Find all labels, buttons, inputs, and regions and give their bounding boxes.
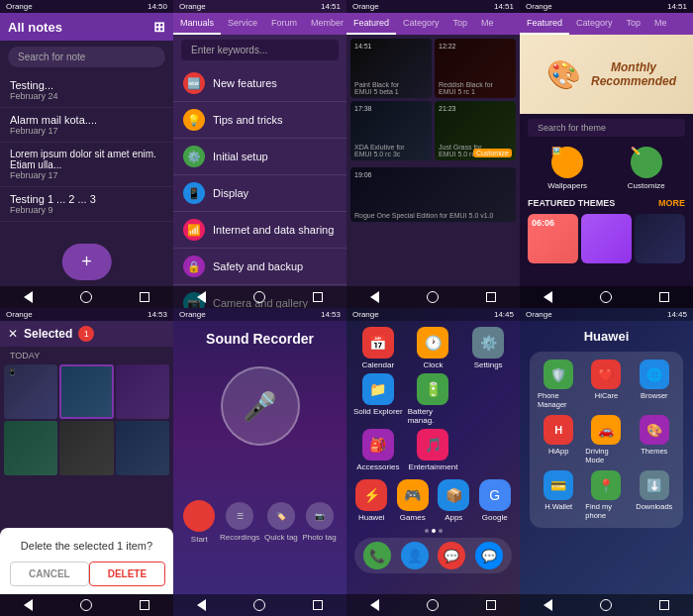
recents-button-7[interactable] [486, 600, 496, 610]
recents-button-4[interactable] [659, 292, 669, 302]
notes-search[interactable]: Search for note [8, 47, 165, 67]
recordings-control[interactable]: ☰ Recordings [220, 502, 259, 542]
wallpapers-icon-item[interactable]: 🖼️ Wallpapers [547, 147, 587, 190]
theme-thumb-5[interactable]: 19:06 Rogue One Special Edition for EMUI… [350, 167, 516, 222]
home-button-6[interactable] [253, 599, 265, 611]
menu-safety[interactable]: 🔒 Safety and backup [173, 249, 346, 285]
app-find-phone[interactable]: 📍 Find my phone [585, 470, 627, 520]
screenshot-3[interactable] [116, 364, 169, 419]
tab-top-3[interactable]: Top [446, 13, 475, 35]
featured-theme-3[interactable] [635, 214, 685, 263]
manuals-search[interactable]: Enter keywords... [181, 40, 339, 60]
tab-manuals[interactable]: Manuals [173, 13, 221, 35]
tab-category-3[interactable]: Category [396, 13, 446, 35]
dock-contacts[interactable]: 👤 [401, 542, 429, 569]
menu-display[interactable]: 📱 Display [173, 175, 346, 212]
menu-tips[interactable]: 💡 Tips and tricks [173, 102, 346, 139]
screenshot-5[interactable] [59, 421, 113, 475]
back-button-6[interactable] [197, 599, 206, 611]
dock-messages[interactable]: 💬 [438, 542, 465, 569]
app-driving-mode[interactable]: 🚗 Driving Mode [585, 415, 627, 464]
tab-featured-4[interactable]: Featured [520, 13, 569, 35]
tab-top-4[interactable]: Top [620, 13, 648, 35]
app-solid-explorer[interactable]: 📁 Solid Explorer [352, 373, 404, 425]
recents-button-2[interactable] [313, 292, 323, 302]
tab-me-4[interactable]: Me [647, 13, 674, 35]
menu-initial-setup[interactable]: ⚙️ Initial setup [173, 139, 346, 175]
back-button-4[interactable] [544, 291, 552, 303]
recents-button-3[interactable] [486, 292, 496, 302]
back-button-1[interactable] [24, 291, 33, 303]
tab-forum[interactable]: Forum [264, 13, 304, 35]
home-button-5[interactable] [80, 599, 92, 611]
recents-button-6[interactable] [313, 600, 323, 610]
theme-thumb-3[interactable]: 17:38 XDA Exlutive forEMUI 5.0 rc 3c [350, 101, 432, 160]
screenshot-4[interactable] [4, 421, 57, 475]
menu-internet[interactable]: 📶 Internet and data sharing [173, 212, 346, 249]
quick-tag-control[interactable]: 🏷️ Quick tag [264, 502, 298, 542]
more-button[interactable]: MORE [658, 198, 685, 208]
back-button-7[interactable] [370, 599, 379, 611]
grid-icon[interactable]: ⊞ [153, 19, 165, 35]
app-browser[interactable]: 🌐 Browser [634, 359, 675, 409]
featured-theme-2[interactable] [581, 214, 632, 263]
photo-tag-control[interactable]: 📷 Photo tag [302, 502, 336, 542]
back-button-5[interactable] [24, 599, 33, 611]
tab-me-3[interactable]: Me [474, 13, 501, 35]
recents-button-5[interactable] [140, 600, 149, 610]
app-clock[interactable]: 🕐 Clock [408, 327, 459, 369]
note-item-3[interactable]: Lorem ipsum dolor sit amet enim. Etiam u… [0, 143, 173, 187]
note-item-1[interactable]: Testing... February 24 [0, 73, 173, 108]
delete-button[interactable]: DELETE [89, 562, 165, 586]
start-control[interactable]: Start [183, 500, 215, 544]
note-item-2[interactable]: Alarm mail kota.... February 17 [0, 108, 173, 143]
tab-category-4[interactable]: Category [569, 13, 620, 35]
app-themes[interactable]: 🎨 Themes [634, 415, 675, 464]
fab-button[interactable]: + [61, 244, 112, 280]
screenshot-6[interactable] [116, 421, 169, 475]
app-hwallet[interactable]: 💳 H.Wallet [538, 470, 579, 520]
home-button-3[interactable] [427, 291, 439, 303]
cancel-button[interactable]: CANCEL [10, 562, 89, 586]
folder-apps[interactable]: 📦 Apps [435, 479, 473, 522]
recents-button-1[interactable] [140, 292, 149, 302]
app-accessories[interactable]: 🎒 Accessories [352, 429, 404, 471]
back-button-8[interactable] [544, 599, 552, 611]
close-icon[interactable]: ✕ [8, 327, 18, 341]
app-entertainment[interactable]: 🎵 Entertainment [408, 429, 459, 471]
home-button-4[interactable] [600, 291, 612, 303]
app-battery[interactable]: 🔋 Battery manag. [408, 373, 459, 425]
folder-games[interactable]: 🎮 Games [394, 479, 433, 522]
screenshot-2[interactable] [59, 364, 113, 419]
app-phone-manager[interactable]: 🛡️ Phone Manager [538, 359, 579, 409]
customize-icon-item[interactable]: ✏️ Customize [628, 147, 665, 190]
folder-huawei[interactable]: ⚡ Huawei [352, 479, 391, 522]
tab-member[interactable]: Member [304, 13, 346, 35]
app-calendar[interactable]: 📅 Calendar [352, 327, 404, 369]
search-theme[interactable]: Search for theme [528, 119, 685, 137]
note-item-4[interactable]: Testing 1 ... 2 ... 3 February 9 [0, 187, 173, 222]
folder-google[interactable]: G Google [476, 479, 515, 522]
theme-thumb-4[interactable]: 21:23 Just Grass forEMUI 5.0 rc 1b Custo… [435, 101, 516, 160]
tab-service[interactable]: Service [221, 13, 264, 35]
tab-featured-3[interactable]: Featured [346, 13, 396, 35]
monthly-banner[interactable]: 🎨 MonthlyRecommended [520, 35, 693, 114]
home-button-7[interactable] [427, 599, 439, 611]
theme-thumb-1[interactable]: 14:51 Paint Black forEMUI 5 beta 1 [350, 39, 432, 98]
dock-phone[interactable]: 📞 [363, 542, 391, 569]
dock-messenger[interactable]: 💬 [475, 542, 503, 569]
back-button-2[interactable] [197, 291, 206, 303]
recents-button-8[interactable] [659, 600, 669, 610]
home-button-2[interactable] [253, 291, 265, 303]
home-button-1[interactable] [80, 291, 92, 303]
app-hicare[interactable]: ❤️ HiCare [585, 359, 627, 409]
featured-theme-1[interactable]: 06:06 [528, 214, 578, 263]
record-button[interactable]: 🎤 [221, 366, 300, 446]
theme-thumb-2[interactable]: 12:22 Reddish Black forEMUI 5 rc 1 [435, 39, 516, 98]
app-hiapp[interactable]: H HiApp [538, 415, 579, 464]
back-button-3[interactable] [370, 291, 379, 303]
home-button-8[interactable] [600, 599, 612, 611]
screenshot-1[interactable]: 📱 [4, 364, 57, 419]
app-downloads[interactable]: ⬇️ Downloads [634, 470, 675, 520]
app-settings[interactable]: ⚙️ Settings [462, 327, 514, 369]
